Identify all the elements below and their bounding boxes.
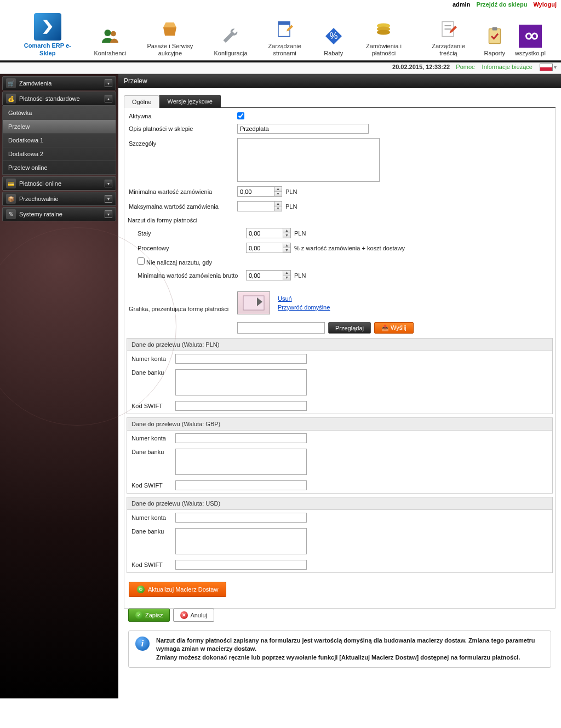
username-label: admin bbox=[453, 1, 470, 8]
nav-kontrahenci[interactable]: Kontrahenci bbox=[90, 25, 131, 57]
basket-icon bbox=[158, 18, 181, 41]
proc-input[interactable] bbox=[246, 243, 283, 253]
svg-rect-11 bbox=[489, 28, 500, 43]
max-input[interactable] bbox=[237, 201, 274, 211]
numer-input[interactable] bbox=[175, 433, 307, 443]
swift-label: Kod SWIFT bbox=[131, 403, 175, 409]
browse-button[interactable]: Przeglądaj bbox=[328, 322, 371, 334]
usun-link[interactable]: Usuń bbox=[278, 295, 330, 302]
currency-label: PLN bbox=[294, 272, 306, 279]
svg-point-0 bbox=[104, 30, 111, 36]
info-line2: Zmiany możesz dokonać ręcznie lub poprze… bbox=[156, 654, 544, 662]
svg-rect-3 bbox=[278, 21, 290, 25]
nav-tresc[interactable]: Zarządzanie treścią bbox=[418, 18, 479, 57]
tab-wersje[interactable]: Wersje językowe bbox=[159, 95, 220, 107]
szczegoly-textarea[interactable] bbox=[237, 138, 380, 182]
percent-icon: ％ bbox=[6, 209, 16, 219]
numer-input[interactable] bbox=[175, 354, 307, 364]
staly-input[interactable] bbox=[246, 228, 283, 238]
sidebar-item-przelew-online[interactable]: Przelew online bbox=[3, 161, 116, 175]
sidebar-item-przelew[interactable]: Przelew bbox=[3, 120, 116, 134]
tab-bar: Ogólne Wersje językowe bbox=[124, 95, 556, 108]
help-link[interactable]: Pomoc bbox=[456, 64, 474, 70]
spinner[interactable]: ▲▼ bbox=[283, 270, 291, 280]
spinner[interactable]: ▲▼ bbox=[274, 186, 282, 197]
nienaliczaj-label: Nie naliczaj narzutu, gdy bbox=[146, 259, 212, 266]
wrench-icon bbox=[219, 25, 242, 48]
min-brutto-input[interactable] bbox=[246, 270, 283, 280]
nav-wszystko[interactable]: wszystko.pl bbox=[511, 25, 550, 57]
spinner[interactable]: ▲▼ bbox=[283, 228, 291, 238]
aktualizuj-button[interactable]: ↻Aktualizuj Macierz Dostaw bbox=[129, 582, 226, 597]
page-title: Przelew bbox=[118, 74, 561, 88]
sidebar-przechowalnie[interactable]: 📦Przechowalnie▾ bbox=[2, 192, 116, 206]
info-icon: i bbox=[135, 637, 150, 651]
current-info-link[interactable]: Informacje bieżące bbox=[482, 64, 533, 70]
proc-label: Procentowy bbox=[128, 245, 246, 251]
nav-zamowienia[interactable]: Zamówienia i płatności bbox=[350, 18, 419, 57]
bank-textarea[interactable] bbox=[175, 528, 307, 554]
main-content: Przelew Ogólne Wersje językowe Aktywna O… bbox=[118, 74, 561, 698]
transfer-group-1: Dane do przelewu (Waluta: GBP)Numer kont… bbox=[127, 417, 553, 494]
spinner[interactable]: ▲▼ bbox=[283, 243, 291, 253]
bank-textarea[interactable] bbox=[175, 369, 307, 395]
cart-icon: 🛒 bbox=[6, 78, 16, 88]
sidebar-zamowienia[interactable]: 🛒Zamówienia▾ bbox=[2, 76, 116, 90]
nienaliczaj-checkbox[interactable] bbox=[138, 257, 145, 265]
bank-label: Dane banku bbox=[131, 528, 175, 535]
sidebar-platnosci-online[interactable]: 💳Płatności online▾ bbox=[2, 176, 116, 191]
swift-label: Kod SWIFT bbox=[131, 561, 175, 568]
nav-strony[interactable]: Zarządzanie stronami bbox=[252, 18, 318, 57]
swift-input[interactable] bbox=[175, 480, 307, 490]
group-header: Dane do przelewu (Waluta: GBP) bbox=[127, 418, 552, 431]
sidebar: 🛒Zamówienia▾ 💰Płatności standardowe▴ Got… bbox=[0, 74, 118, 698]
cancel-button[interactable]: ✕Anuluj bbox=[173, 609, 214, 622]
flag-icon[interactable] bbox=[540, 64, 553, 71]
spinner[interactable]: ▲▼ bbox=[274, 201, 282, 211]
bank-textarea[interactable] bbox=[175, 449, 307, 475]
svg-point-1 bbox=[111, 31, 116, 37]
przywroc-link[interactable]: Przywróć domyślne bbox=[278, 304, 330, 311]
svg-rect-12 bbox=[492, 27, 497, 30]
expand-icon: ▾ bbox=[105, 180, 112, 187]
transfer-group-0: Dane do przelewu (Waluta: PLN)Numer kont… bbox=[127, 338, 553, 414]
numer-input[interactable] bbox=[175, 513, 307, 523]
proc-suffix: % z wartość zamówienia + koszt dostawy bbox=[294, 245, 405, 251]
nav-rabaty[interactable]: %Rabaty bbox=[318, 25, 350, 57]
expand-icon: ▾ bbox=[105, 79, 112, 87]
upload-path-input[interactable] bbox=[237, 322, 325, 334]
nav-raporty[interactable]: Raporty bbox=[479, 25, 511, 57]
swift-input[interactable] bbox=[175, 560, 307, 570]
main-nav: Comarch ERP e-Sklep Kontrahenci Pasaże i… bbox=[0, 9, 561, 60]
max-label: Maksymalna wartość zamówienia bbox=[128, 203, 237, 210]
opis-input[interactable] bbox=[237, 124, 369, 134]
tab-ogolne[interactable]: Ogólne bbox=[124, 95, 159, 108]
coins-icon: 💰 bbox=[6, 94, 16, 104]
bank-label: Dane banku bbox=[131, 449, 175, 455]
sidebar-item-dodatkowa1[interactable]: Dodatkowa 1 bbox=[3, 134, 116, 147]
nav-pasaze[interactable]: Pasaże i Serwisy aukcyjne bbox=[130, 18, 209, 57]
min-input[interactable] bbox=[237, 186, 274, 197]
upload-button[interactable]: 📤 Wyślij bbox=[374, 322, 414, 334]
logout-link[interactable]: Wyloguj bbox=[533, 1, 557, 8]
check-icon: ✓ bbox=[135, 611, 143, 619]
save-button[interactable]: ✓Zapisz bbox=[128, 609, 170, 622]
staly-label: Stały bbox=[128, 230, 246, 237]
sidebar-item-gotowka[interactable]: Gotówka bbox=[3, 106, 116, 120]
page-edit-icon bbox=[273, 18, 296, 41]
sidebar-systemy-ratalne[interactable]: ％Systemy ratalne▾ bbox=[2, 207, 116, 221]
logo-link[interactable]: Comarch ERP e-Sklep bbox=[16, 13, 79, 57]
sidebar-platnosci-std[interactable]: 💰Płatności standardowe▴ bbox=[2, 91, 116, 106]
box-icon: 📦 bbox=[6, 194, 16, 204]
nav-konfiguracja[interactable]: Konfiguracja bbox=[209, 25, 251, 57]
goto-shop-link[interactable]: Przejdź do sklepu bbox=[476, 1, 527, 8]
sidebar-item-dodatkowa2[interactable]: Dodatkowa 2 bbox=[3, 147, 116, 161]
szczegoly-label: Szczegóły bbox=[128, 138, 237, 147]
users-icon bbox=[99, 25, 122, 48]
infinity-icon bbox=[519, 25, 542, 48]
swift-input[interactable] bbox=[175, 401, 307, 411]
close-icon: ✕ bbox=[180, 611, 188, 619]
svg-text:%: % bbox=[329, 30, 337, 40]
chevron-down-icon[interactable]: ▾ bbox=[554, 64, 557, 70]
aktywna-checkbox[interactable] bbox=[237, 112, 244, 119]
